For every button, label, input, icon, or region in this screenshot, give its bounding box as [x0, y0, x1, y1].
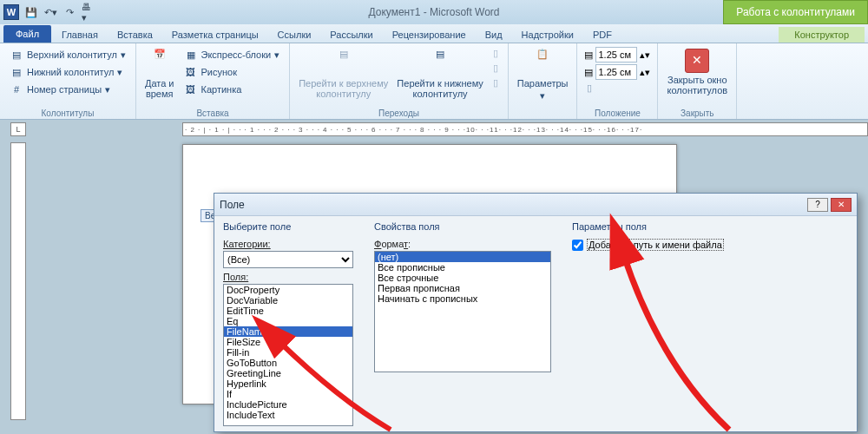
dialog-title: Поле [220, 199, 807, 211]
field-option[interactable]: DocProperty [224, 285, 352, 295]
close-button[interactable]: ✕ [831, 198, 852, 212]
group-insert: 📅Дата и время ▦Экспресс-блоки ▾ 🖼Рисунок… [136, 43, 290, 119]
field-dialog: Поле ? ✕ Выберите поле Категории: (Все) … [214, 193, 858, 432]
format-listbox[interactable]: (нет)Все прописныеВсе строчныеПервая про… [374, 251, 551, 372]
group-params: 📋Параметры▾ [509, 43, 578, 119]
tab-review[interactable]: Рецензирование [384, 27, 475, 43]
field-option[interactable]: FileSize [224, 337, 352, 347]
nav-next: ▯ [490, 62, 501, 75]
header-from-top[interactable]: ▤▴▾ [584, 47, 650, 62]
fields-listbox[interactable]: DocPropertyDocVariableEditTimeEqFileName… [223, 284, 353, 426]
header-icon: ▤ [10, 48, 23, 62]
clipart-button[interactable]: 🖼Картинка [181, 82, 283, 97]
format-option[interactable]: Первая прописная [375, 283, 550, 293]
field-option[interactable]: DocVariable [224, 295, 352, 306]
group-navigation: ▤Перейти к верхнему колонтитулу ▤Перейти… [290, 43, 509, 119]
title-bar: W 💾 ↶▾ ↷ 🖶▾ Документ1 - Microsoft Word Р… [0, 0, 868, 24]
picture-button[interactable]: 🖼Рисунок [181, 64, 283, 80]
footer-from-bottom[interactable]: ▤▴▾ [584, 64, 650, 80]
group-label: Колонтитулы [7, 108, 128, 119]
tab-insert[interactable]: Вставка [108, 27, 161, 43]
field-option[interactable]: GreetingLine [224, 368, 352, 378]
group-close: ✕Закрыть окно колонтитулов Закрыть [658, 43, 737, 119]
footer-button[interactable]: ▤Нижний колонтитул ▾ [7, 64, 128, 80]
section-heading: Параметры поля [572, 221, 848, 232]
add-path-label: Добавить путь к имени файла [587, 239, 724, 251]
params-button[interactable]: 📋Параметры▾ [516, 47, 570, 102]
group-label: Закрыть [665, 108, 729, 119]
dialog-titlebar[interactable]: Поле ? ✕ [214, 194, 857, 216]
params-icon: 📋 [529, 49, 556, 76]
undo-icon[interactable]: ↶▾ [43, 5, 57, 19]
help-button[interactable]: ? [807, 198, 828, 212]
goto-footer-button[interactable]: ▤Перейти к нижнему колонтитулу [395, 47, 484, 101]
bottom-margin-icon: ▤ [584, 67, 593, 78]
horizontal-ruler[interactable]: · 2 · | · 1 · | · · · 1 · · · 2 · · · 3 … [182, 122, 868, 136]
add-path-checkbox[interactable] [572, 240, 583, 251]
group-label: Вставка [143, 108, 282, 119]
format-option[interactable]: Начинать с прописных [375, 293, 550, 304]
quick-access-toolbar: 💾 ↶▾ ↷ 🖶▾ [24, 5, 95, 19]
picture-icon: 🖼 [184, 65, 198, 79]
calendar-icon: 📅 [146, 49, 174, 76]
field-option[interactable]: IncludeText [224, 410, 352, 420]
save-icon[interactable]: 💾 [24, 5, 38, 19]
field-option[interactable]: Eq [224, 316, 352, 326]
field-option[interactable]: GoToButton [224, 358, 352, 368]
field-option[interactable]: EditTime [224, 306, 352, 316]
tab-refs[interactable]: Ссылки [269, 27, 320, 43]
top-margin-icon: ▤ [584, 49, 593, 61]
field-option[interactable]: IncludePicture [224, 399, 352, 410]
tab-file[interactable]: Файл [3, 25, 51, 43]
print-icon[interactable]: 🖶▾ [82, 5, 95, 19]
section-heading: Свойства поля [374, 221, 560, 232]
redo-icon[interactable]: ↷ [62, 5, 76, 19]
add-path-checkbox-row[interactable]: Добавить путь к имени файла [572, 239, 848, 251]
spinner-icon[interactable]: ▴▾ [640, 67, 650, 78]
ruler-row: L · 2 · | · 1 · | · · · 1 · · · 2 · · · … [0, 120, 868, 139]
format-option[interactable]: (нет) [375, 252, 550, 262]
field-option[interactable]: Hyperlink [224, 378, 352, 389]
field-option[interactable]: FileName [224, 326, 352, 337]
quick-parts-button[interactable]: ▦Экспресс-блоки ▾ [181, 47, 283, 62]
nav-prev: ▯ [490, 47, 501, 60]
format-label: Формат: [374, 239, 560, 249]
tab-designer[interactable]: Конструктор [779, 27, 865, 43]
col-field-props: Свойства поля Формат: (нет)Все прописные… [374, 221, 560, 426]
down-icon: ▤ [426, 49, 454, 76]
format-option[interactable]: Все прописные [375, 262, 550, 273]
fields-label: Поля: [223, 272, 362, 282]
categories-label: Категории: [223, 239, 362, 249]
field-option[interactable]: If [224, 389, 352, 399]
categories-select[interactable]: (Все) [223, 251, 353, 268]
tab-layout[interactable]: Разметка страницы [163, 27, 267, 43]
clipart-icon: 🖼 [184, 82, 198, 96]
tab-pdf[interactable]: PDF [584, 27, 621, 43]
tab-mail[interactable]: Рассылки [321, 27, 381, 43]
close-header-footer-button[interactable]: ✕Закрыть окно колонтитулов [665, 47, 729, 97]
align-tab-button[interactable]: ▯ [584, 82, 650, 95]
page-number-button[interactable]: #Номер страницы ▾ [7, 82, 128, 97]
format-option[interactable]: Все строчные [375, 273, 550, 283]
tab-selector[interactable]: L [10, 122, 26, 136]
contextual-tab-header: Работа с колонтитулами [723, 0, 868, 24]
ribbon-tabs: Файл Главная Вставка Разметка страницы С… [0, 24, 868, 43]
group-label: Положение [584, 108, 650, 119]
tab-addins[interactable]: Надстройки [513, 27, 582, 43]
spinner-icon[interactable]: ▴▾ [640, 49, 650, 61]
col-field-params: Параметры поля Добавить путь к имени фай… [572, 221, 848, 426]
date-time-button[interactable]: 📅Дата и время [143, 47, 176, 101]
tab-home[interactable]: Главная [53, 27, 107, 43]
vertical-ruler[interactable] [10, 142, 26, 420]
tab-view[interactable]: Вид [477, 27, 511, 43]
goto-header-button[interactable]: ▤Перейти к верхнему колонтитулу [297, 47, 390, 101]
document-title: Документ1 - Microsoft Word [368, 6, 499, 18]
hash-icon: # [10, 82, 23, 96]
field-option[interactable]: Fill-in [224, 347, 352, 358]
header-button[interactable]: ▤Верхний колонтитул ▾ [7, 47, 128, 62]
section-heading: Выберите поле [223, 221, 362, 232]
footer-icon: ▤ [10, 65, 23, 79]
close-icon: ✕ [685, 49, 709, 73]
word-icon: W [3, 4, 19, 20]
parts-icon: ▦ [184, 48, 198, 62]
